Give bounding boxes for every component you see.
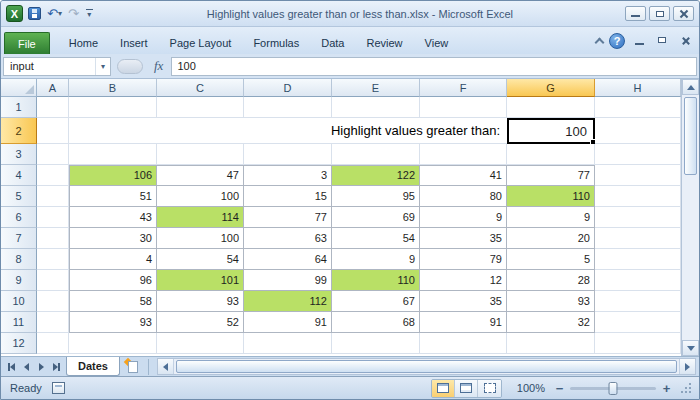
first-sheet-button[interactable] xyxy=(4,359,19,375)
row-header-5[interactable]: 5 xyxy=(1,186,37,207)
zoom-slider[interactable] xyxy=(570,387,656,390)
cell-C6[interactable]: 114 xyxy=(157,207,244,228)
scroll-left-button[interactable] xyxy=(158,359,174,374)
name-box[interactable]: input ▾ xyxy=(3,57,111,76)
excel-logo-icon[interactable]: X xyxy=(6,5,23,22)
cell-F12[interactable] xyxy=(420,333,507,354)
cell-C5[interactable]: 100 xyxy=(157,186,244,207)
column-header-B[interactable]: B xyxy=(69,79,157,97)
vertical-scrollbar-track[interactable] xyxy=(682,175,699,340)
row-header-6[interactable]: 6 xyxy=(1,207,37,228)
cell-C12[interactable] xyxy=(157,333,244,354)
cell-H1[interactable] xyxy=(595,97,681,118)
fill-handle[interactable] xyxy=(590,139,595,144)
cell-B9[interactable]: 96 xyxy=(69,270,157,291)
column-header-F[interactable]: F xyxy=(420,79,507,97)
tab-review[interactable]: Review xyxy=(355,32,413,54)
vertical-scrollbar[interactable] xyxy=(681,79,699,356)
select-all-button[interactable] xyxy=(1,79,37,97)
horizontal-scrollbar-thumb[interactable] xyxy=(176,360,677,373)
row-header-3[interactable]: 3 xyxy=(1,144,37,165)
cell-A11[interactable] xyxy=(37,312,69,333)
cell-G11[interactable]: 32 xyxy=(507,312,595,333)
scroll-right-button[interactable] xyxy=(679,359,695,374)
column-header-H[interactable]: H xyxy=(595,79,681,97)
column-header-G[interactable]: G xyxy=(507,79,595,97)
insert-function-button[interactable]: fx xyxy=(149,58,168,74)
workbook-close-button[interactable] xyxy=(677,34,694,47)
scroll-down-button[interactable] xyxy=(682,340,699,356)
cell-D3[interactable] xyxy=(244,144,332,165)
cell-B7[interactable]: 30 xyxy=(69,228,157,249)
save-button[interactable] xyxy=(27,5,42,23)
resize-grip[interactable] xyxy=(680,382,693,395)
tab-view[interactable]: View xyxy=(414,32,460,54)
cell-label-row2[interactable]: Highlight values greater than: xyxy=(69,118,507,144)
close-button[interactable] xyxy=(673,6,694,21)
cell-A10[interactable] xyxy=(37,291,69,312)
cell-A7[interactable] xyxy=(37,228,69,249)
cell-A3[interactable] xyxy=(37,144,69,165)
cell-F11[interactable]: 91 xyxy=(420,312,507,333)
help-icon[interactable]: ? xyxy=(609,33,625,49)
cell-B10[interactable]: 58 xyxy=(69,291,157,312)
column-header-E[interactable]: E xyxy=(332,79,420,97)
vertical-scrollbar-thumb[interactable] xyxy=(684,97,697,175)
column-header-A[interactable]: A xyxy=(37,79,69,97)
normal-view-button[interactable] xyxy=(432,380,455,397)
row-header-2[interactable]: 2 xyxy=(1,118,37,144)
cell-F10[interactable]: 35 xyxy=(420,291,507,312)
cell-B12[interactable] xyxy=(69,333,157,354)
insert-worksheet-button[interactable] xyxy=(124,359,142,375)
cell-C4[interactable]: 47 xyxy=(157,165,244,186)
cell-A2[interactable] xyxy=(37,118,69,144)
cell-G7[interactable]: 20 xyxy=(507,228,595,249)
row-header-12[interactable]: 12 xyxy=(1,333,37,354)
cell-E12[interactable] xyxy=(332,333,420,354)
cell-D12[interactable] xyxy=(244,333,332,354)
cell-A5[interactable] xyxy=(37,186,69,207)
zoom-out-button[interactable]: − xyxy=(552,381,567,396)
row-header-1[interactable]: 1 xyxy=(1,97,37,118)
cell-A12[interactable] xyxy=(37,333,69,354)
cell-E7[interactable]: 54 xyxy=(332,228,420,249)
cell-C7[interactable]: 100 xyxy=(157,228,244,249)
cell-C1[interactable] xyxy=(157,97,244,118)
cell-B8[interactable]: 4 xyxy=(69,249,157,270)
collapse-ribbon-icon[interactable] xyxy=(595,37,605,47)
cell-C9[interactable]: 101 xyxy=(157,270,244,291)
tab-home[interactable]: Home xyxy=(58,32,109,54)
cell-E3[interactable] xyxy=(332,144,420,165)
cell-G4[interactable]: 77 xyxy=(507,165,595,186)
record-macro-button[interactable] xyxy=(52,382,65,394)
cell-C10[interactable]: 93 xyxy=(157,291,244,312)
cell-B11[interactable]: 93 xyxy=(69,312,157,333)
cell-D5[interactable]: 15 xyxy=(244,186,332,207)
cell-H4[interactable] xyxy=(595,165,681,186)
cell-A8[interactable] xyxy=(37,249,69,270)
row-header-4[interactable]: 4 xyxy=(1,165,37,186)
name-box-dropdown-icon[interactable]: ▾ xyxy=(95,58,110,75)
cell-D4[interactable]: 3 xyxy=(244,165,332,186)
cell-H12[interactable] xyxy=(595,333,681,354)
minimize-button[interactable] xyxy=(625,6,646,21)
cell-E9[interactable]: 110 xyxy=(332,270,420,291)
row-header-9[interactable]: 9 xyxy=(1,270,37,291)
cell-D10[interactable]: 112 xyxy=(244,291,332,312)
cell-A9[interactable] xyxy=(37,270,69,291)
cell-B3[interactable] xyxy=(69,144,157,165)
cell-F7[interactable]: 35 xyxy=(420,228,507,249)
cell-F8[interactable]: 79 xyxy=(420,249,507,270)
tab-split-handle[interactable] xyxy=(148,359,154,375)
undo-dropdown-icon[interactable]: ▾ xyxy=(58,10,62,18)
cell-D8[interactable]: 64 xyxy=(244,249,332,270)
cell-A6[interactable] xyxy=(37,207,69,228)
row-header-8[interactable]: 8 xyxy=(1,249,37,270)
tab-file[interactable]: File xyxy=(4,32,50,54)
last-sheet-button[interactable] xyxy=(49,359,64,375)
page-layout-view-button[interactable] xyxy=(455,380,478,397)
cell-H9[interactable] xyxy=(595,270,681,291)
cell-D7[interactable]: 63 xyxy=(244,228,332,249)
scroll-up-button[interactable] xyxy=(682,79,699,95)
cell-F4[interactable]: 41 xyxy=(420,165,507,186)
